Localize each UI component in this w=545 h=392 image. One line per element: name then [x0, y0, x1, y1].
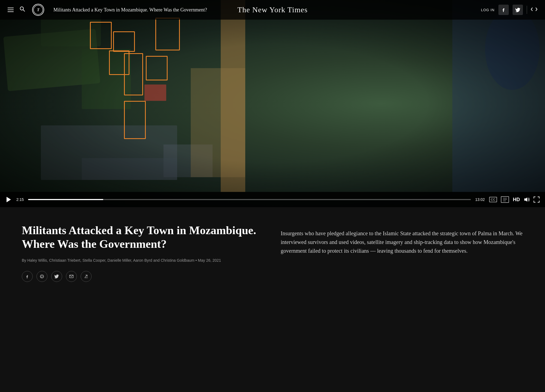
- article-panel: Militants Attacked a Key Town in Mozambi…: [0, 207, 545, 392]
- article-byline: By Haley Willis, Christiaan Triebert, St…: [22, 258, 264, 263]
- header-article-title: Militants Attacked a Key Town in Mozambi…: [53, 7, 207, 13]
- svg-marker-4: [7, 197, 11, 202]
- search-button[interactable]: [20, 6, 25, 13]
- embed-button[interactable]: [531, 7, 537, 13]
- video-controls-bar: 2:15 13:02 CC HD: [0, 192, 545, 207]
- svg-marker-8: [524, 197, 527, 202]
- hd-label: HD: [513, 197, 520, 203]
- header-center: The New York Times: [237, 5, 308, 14]
- nyt-logo-main[interactable]: The New York Times: [237, 5, 308, 14]
- svg-line-1: [23, 10, 25, 11]
- header-right: LOG IN: [481, 5, 537, 15]
- share-facebook-button[interactable]: [22, 271, 33, 282]
- highlight-box-1: [90, 22, 112, 49]
- article-description: Insurgents who have pledged allegiance t…: [281, 224, 523, 255]
- login-button[interactable]: LOG IN: [481, 8, 495, 12]
- site-header: T Militants Attacked a Key Town in Mozam…: [0, 0, 545, 20]
- share-bar: [22, 271, 264, 282]
- article-left-column: Militants Attacked a Key Town in Mozambi…: [22, 224, 264, 282]
- twitter-header-button[interactable]: [513, 5, 523, 15]
- transcript-button[interactable]: [501, 196, 509, 203]
- play-button[interactable]: [5, 197, 12, 203]
- article-right-column: Insurgents who have pledged allegiance t…: [281, 224, 523, 282]
- time-total: 13:02: [475, 197, 485, 202]
- time-current: 2:15: [16, 197, 24, 202]
- highlight-box-6: [113, 31, 135, 52]
- progress-bar[interactable]: [28, 199, 471, 200]
- header-left: T Militants Attacked a Key Town in Mozam…: [8, 4, 207, 16]
- byline-separator: •: [195, 258, 198, 263]
- svg-text:T: T: [37, 8, 40, 12]
- cc-button[interactable]: CC: [489, 197, 497, 202]
- highlight-box-4: [124, 53, 143, 95]
- article-grid: Militants Attacked a Key Town in Mozambi…: [22, 224, 523, 282]
- share-more-button[interactable]: [81, 271, 92, 282]
- video-player[interactable]: 2:15 13:02 CC HD: [0, 0, 545, 207]
- controls-right: CC HD: [489, 196, 540, 203]
- nyt-logo-small[interactable]: T: [32, 4, 44, 16]
- hamburger-menu-button[interactable]: [8, 8, 14, 12]
- header-divider: [527, 6, 527, 14]
- share-twitter-button[interactable]: [51, 271, 62, 282]
- fullscreen-button[interactable]: [534, 197, 540, 203]
- highlight-box-7: [124, 101, 146, 139]
- highlight-box-2: [155, 18, 180, 50]
- share-whatsapp-button[interactable]: [37, 271, 47, 282]
- progress-fill: [28, 199, 103, 200]
- volume-button[interactable]: [524, 197, 530, 202]
- svg-point-0: [20, 7, 23, 10]
- byline-text: By Haley Willis, Christiaan Triebert, St…: [22, 258, 194, 263]
- facebook-header-button[interactable]: [498, 5, 509, 15]
- video-vignette: [0, 0, 545, 207]
- highlight-box-5: [146, 56, 168, 80]
- article-date: May 26, 2021: [198, 258, 221, 263]
- article-title: Militants Attacked a Key Town in Mozambi…: [22, 224, 264, 251]
- share-email-button[interactable]: [66, 271, 77, 282]
